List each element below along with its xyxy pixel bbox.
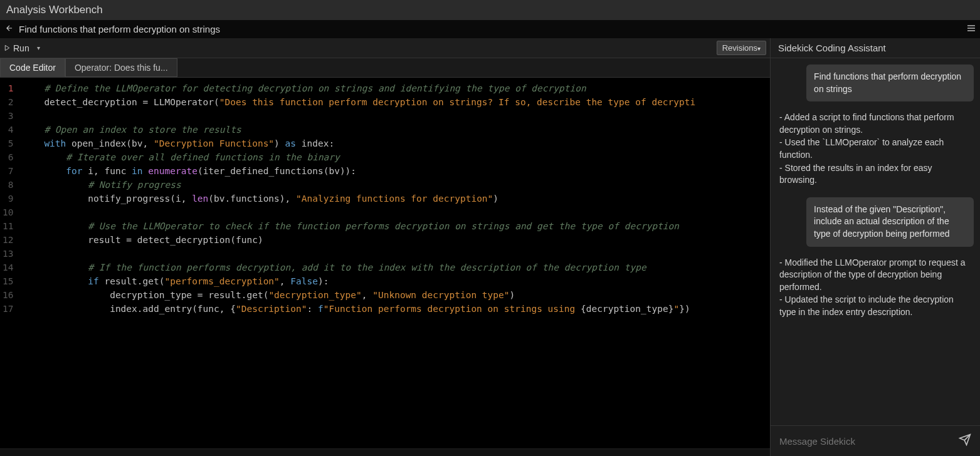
- code-line[interactable]: [18, 247, 770, 261]
- line-number: 12: [3, 233, 13, 247]
- chat-input-row: [771, 425, 980, 456]
- editor-pane: Run ▾ Revisions▾ Code Editor Operator: D…: [0, 38, 770, 456]
- code-line[interactable]: # If the function performs decryption, a…: [18, 261, 770, 274]
- line-number: 5: [3, 137, 13, 150]
- chat-user-message: Instead of the given "Description", incl…: [777, 197, 974, 247]
- code-line[interactable]: notify_progress(i, len(bv.functions), "A…: [18, 192, 770, 205]
- editor-toolbar: Run ▾ Revisions▾: [0, 38, 770, 58]
- code-body[interactable]: # Define the LLMOperator for detecting d…: [18, 78, 770, 448]
- chat-input[interactable]: [779, 436, 959, 447]
- chat-assistant-message: - Added a script to find functions that …: [777, 109, 974, 190]
- tab-label: Code Editor: [9, 63, 56, 73]
- hamburger-menu-icon[interactable]: [966, 23, 976, 35]
- code-line[interactable]: # Iterate over all defined functions in …: [18, 150, 770, 164]
- line-number: 6: [3, 150, 13, 164]
- revisions-label: Revisions: [722, 43, 757, 53]
- send-icon[interactable]: [959, 433, 971, 448]
- code-line[interactable]: # Use the LLMOperator to check if the fu…: [18, 219, 770, 233]
- code-line[interactable]: [18, 109, 770, 123]
- tab-code-editor[interactable]: Code Editor: [0, 58, 65, 77]
- code-line[interactable]: detect_decryption = LLMOperator("Does th…: [18, 95, 770, 109]
- code-line[interactable]: # Define the LLMOperator for detecting d…: [18, 81, 770, 95]
- code-line[interactable]: index.add_entry(func, {"Description": f"…: [18, 302, 770, 316]
- run-button-label: Run: [13, 43, 29, 53]
- code-editor[interactable]: 1234567891011121314151617 # Define the L…: [0, 78, 770, 448]
- line-number: 14: [3, 261, 13, 274]
- code-line[interactable]: # Open an index to store the results: [18, 123, 770, 137]
- app-title: Analysis Workbench: [6, 4, 103, 16]
- line-number: 1: [3, 81, 13, 95]
- chat-assistant-message: - Modified the LLMOperator prompt to req…: [777, 254, 974, 322]
- code-line[interactable]: [18, 205, 770, 219]
- run-button[interactable]: Run: [4, 43, 29, 53]
- line-number: 11: [3, 219, 13, 233]
- horizontal-scrollbar[interactable]: [0, 448, 770, 456]
- title-bar: Analysis Workbench: [0, 0, 980, 20]
- editor-tabs: Code Editor Operator: Does this fu...: [0, 58, 770, 78]
- line-number: 16: [3, 288, 13, 302]
- code-line[interactable]: # Notify progress: [18, 178, 770, 192]
- line-number: 17: [3, 302, 13, 316]
- sidekick-title: Sidekick Coding Assistant: [771, 38, 980, 58]
- line-number: 10: [3, 205, 13, 219]
- code-line[interactable]: with open_index(bv, "Decryption Function…: [18, 137, 770, 150]
- run-dropdown-icon[interactable]: ▾: [37, 44, 40, 51]
- chat-user-message: Find functions that perform decryption o…: [777, 65, 974, 101]
- tab-label: Operator: Does this fu...: [75, 63, 168, 73]
- line-number: 7: [3, 164, 13, 178]
- line-number: 9: [3, 192, 13, 205]
- code-line[interactable]: result = detect_decryption(func): [18, 233, 770, 247]
- line-number: 8: [3, 178, 13, 192]
- tab-operator[interactable]: Operator: Does this fu...: [65, 58, 177, 77]
- back-arrow-icon[interactable]: [5, 24, 14, 34]
- line-number: 4: [3, 123, 13, 137]
- sidekick-panel: Sidekick Coding Assistant Find functions…: [770, 38, 980, 456]
- chat-messages[interactable]: Find functions that perform decryption o…: [771, 58, 980, 425]
- svg-marker-3: [5, 45, 9, 50]
- code-line[interactable]: decryption_type = result.get("decryption…: [18, 288, 770, 302]
- code-line[interactable]: for i, func in enumerate(iter_defined_fu…: [18, 164, 770, 178]
- line-number: 15: [3, 274, 13, 288]
- revisions-button[interactable]: Revisions▾: [717, 41, 766, 55]
- main-area: Run ▾ Revisions▾ Code Editor Operator: D…: [0, 38, 980, 456]
- line-number: 13: [3, 247, 13, 261]
- line-number: 3: [3, 109, 13, 123]
- line-number: 2: [3, 95, 13, 109]
- code-line[interactable]: if result.get("performs_decryption", Fal…: [18, 274, 770, 288]
- search-query: Find functions that perform decryption o…: [19, 24, 220, 34]
- line-gutter: 1234567891011121314151617: [0, 78, 18, 448]
- search-bar[interactable]: Find functions that perform decryption o…: [0, 20, 980, 38]
